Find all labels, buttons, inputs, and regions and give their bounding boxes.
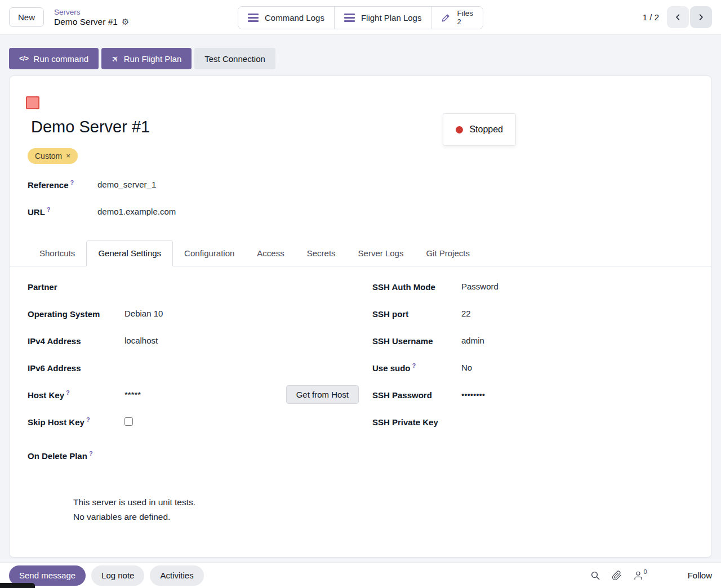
ssh-auth-mode-value[interactable]: Password	[461, 282, 499, 291]
pager-next-button[interactable]	[690, 6, 712, 28]
menu-icon	[248, 14, 259, 22]
page-title[interactable]: Demo Server #1	[31, 117, 693, 137]
field-row-url: URL? demo1.example.com	[28, 198, 693, 225]
operating-system-label: Operating System	[28, 308, 124, 319]
field-row-ipv6: IPv6 Address	[28, 354, 372, 381]
tab-secrets[interactable]: Secrets	[307, 240, 336, 266]
ipv4-value[interactable]: localhost	[124, 336, 158, 345]
search-messages-button[interactable]	[590, 571, 600, 581]
gear-icon[interactable]: ⚙	[122, 17, 129, 26]
follow-button[interactable]: Follow	[688, 571, 712, 580]
run-command-button[interactable]: </> Run command	[9, 48, 99, 69]
top-fields: Reference? demo_server_1 URL? demo1.exam…	[28, 171, 693, 225]
ssh-password-label: SSH Password	[372, 389, 461, 400]
ipv4-label: IPv4 Address	[28, 335, 124, 346]
tab-access[interactable]: Access	[257, 240, 284, 266]
tag-remove-icon[interactable]: ×	[66, 152, 70, 160]
paperclip-icon	[612, 571, 622, 581]
ipv6-label: IPv6 Address	[28, 362, 124, 373]
ssh-username-label: SSH Username	[372, 335, 461, 346]
note-line: No variables are defined.	[73, 510, 693, 524]
status-label: Stopped	[469, 124, 503, 135]
pager-counter[interactable]: 1 / 2	[643, 12, 659, 22]
tag-custom[interactable]: Custom ×	[28, 148, 78, 164]
help-icon[interactable]: ?	[66, 389, 70, 396]
follower-count: 0	[644, 568, 647, 575]
plane-icon: ✈	[110, 53, 121, 64]
files-label: Files	[457, 9, 473, 18]
form-sheet: Demo Server #1 Stopped Custom × Referenc…	[9, 75, 712, 558]
on-delete-plan-label: On Delete Plan?	[28, 450, 124, 461]
tab-git-projects[interactable]: Git Projects	[426, 240, 470, 266]
help-icon[interactable]: ?	[86, 416, 90, 423]
skip-host-key-checkbox[interactable]	[124, 417, 133, 426]
field-row-on-delete-plan: On Delete Plan?	[28, 442, 372, 469]
chatter-icons: 0 Follow	[590, 571, 712, 581]
flight-plan-logs-label: Flight Plan Logs	[361, 13, 422, 23]
ssh-port-value[interactable]: 22	[461, 309, 471, 318]
menu-icon	[344, 14, 355, 22]
host-key-label: Host Key?	[28, 389, 124, 400]
attachments-button[interactable]	[612, 571, 622, 581]
status-badge: Stopped	[443, 113, 516, 146]
tag-label: Custom	[35, 152, 62, 161]
ssh-password-value[interactable]: ••••••••	[461, 390, 485, 399]
url-label: URL?	[28, 206, 97, 217]
help-icon[interactable]: ?	[412, 362, 416, 369]
url-value[interactable]: demo1.example.com	[97, 207, 176, 216]
new-button[interactable]: New	[9, 7, 44, 27]
note-line: This server is used in unit tests.	[73, 495, 693, 510]
status-dot-icon	[456, 126, 463, 133]
help-icon[interactable]: ?	[47, 206, 51, 213]
flight-plan-logs-button[interactable]: Flight Plan Logs	[335, 7, 432, 29]
partner-label: Partner	[28, 281, 124, 292]
code-icon: </>	[19, 55, 29, 63]
right-field-column: SSH Auth Mode Password SSH port 22 SSH U…	[372, 273, 693, 469]
chevron-left-icon	[674, 13, 682, 21]
followers-button[interactable]: 0	[633, 571, 647, 581]
get-from-host-button[interactable]: Get from Host	[286, 385, 359, 404]
reference-label: Reference?	[28, 179, 97, 190]
left-field-column: Partner Operating System Debian 10 IPv4 …	[28, 273, 372, 469]
general-settings-panel: Partner Operating System Debian 10 IPv4 …	[28, 266, 693, 469]
host-key-value[interactable]: *****	[124, 390, 141, 399]
tab-server-logs[interactable]: Server Logs	[358, 240, 404, 266]
reference-value[interactable]: demo_server_1	[97, 180, 156, 189]
command-logs-label: Command Logs	[265, 13, 324, 23]
help-icon[interactable]: ?	[89, 450, 93, 457]
run-flight-plan-button[interactable]: ✈ Run Flight Plan	[101, 48, 192, 69]
tab-configuration[interactable]: Configuration	[184, 240, 234, 266]
top-bar: New Servers Demo Server #1 ⚙ Command Log…	[0, 0, 721, 35]
edit-pencil-icon	[441, 13, 451, 23]
server-image-placeholder[interactable]	[26, 96, 39, 109]
log-note-button[interactable]: Log note	[91, 565, 144, 586]
operating-system-value[interactable]: Debian 10	[124, 309, 163, 318]
run-command-label: Run command	[34, 54, 89, 64]
pager-previous-button[interactable]	[667, 6, 689, 28]
command-logs-button[interactable]: Command Logs	[238, 7, 335, 29]
help-icon[interactable]: ?	[70, 179, 74, 186]
ssh-port-label: SSH port	[372, 308, 461, 319]
action-button-row: </> Run command ✈ Run Flight Plan Test C…	[0, 35, 721, 75]
files-button[interactable]: Files 2	[431, 7, 483, 29]
tab-general-settings[interactable]: General Settings	[86, 240, 173, 266]
ssh-username-value[interactable]: admin	[461, 336, 484, 345]
field-row-ssh-username: SSH Username admin	[372, 327, 693, 354]
info-notes: This server is used in unit tests. No va…	[73, 495, 693, 524]
field-row-reference: Reference? demo_server_1	[28, 171, 693, 198]
search-icon	[590, 571, 600, 581]
breadcrumb-current-label: Demo Server #1	[54, 17, 118, 27]
field-row-operating-system: Operating System Debian 10	[28, 300, 372, 327]
breadcrumb: Servers Demo Server #1 ⚙	[54, 8, 129, 27]
breadcrumb-parent-link[interactable]: Servers	[54, 8, 129, 16]
test-connection-button[interactable]: Test Connection	[194, 48, 275, 69]
ssh-private-key-label: SSH Private Key	[372, 416, 461, 427]
record-pager: 1 / 2	[643, 6, 712, 28]
files-stat: Files 2	[457, 9, 473, 26]
chevron-right-icon	[697, 13, 705, 21]
use-sudo-value[interactable]: No	[461, 363, 472, 372]
activities-button[interactable]: Activities	[150, 565, 203, 586]
tab-shortcuts[interactable]: Shortcuts	[39, 240, 75, 266]
use-sudo-label: Use sudo?	[372, 362, 461, 373]
bottom-left-artifact	[0, 583, 35, 588]
